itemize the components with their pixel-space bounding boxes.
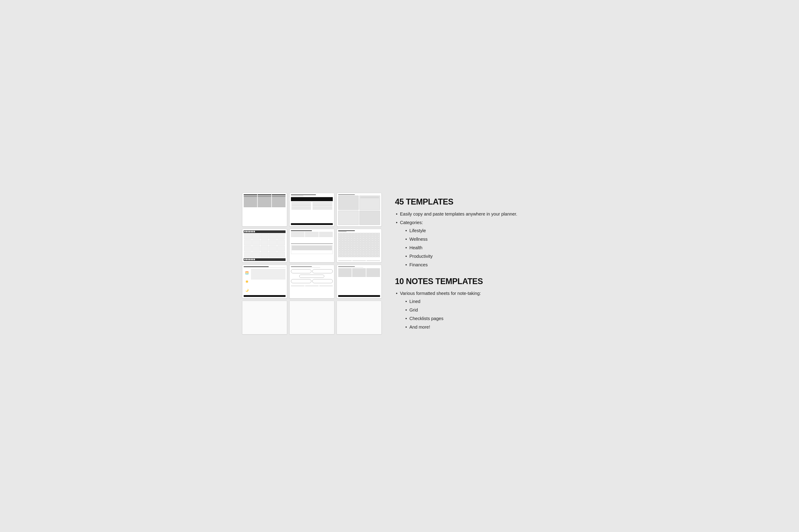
templates-title: 45 TEMPLATES — [395, 197, 557, 206]
card-blank-2 — [289, 301, 334, 335]
templates-bullet-list: Easily copy and paste templates anywhere… — [395, 211, 557, 270]
categories-label: Categories: — [400, 220, 423, 225]
notes-types-sub-list: Lined Grid Checklists pages And more! — [404, 298, 557, 330]
notes-title: 10 NOTES TEMPLATES — [395, 277, 557, 286]
notes-formatted-text: Various formatted sheets for note-taking… — [400, 291, 481, 296]
card-gratitude-mindmap — [289, 265, 334, 299]
card-grocery-list — [337, 265, 382, 299]
card-year-in-pixels — [337, 229, 382, 263]
card-spring-cleaning — [289, 229, 334, 263]
note-type-lined: Lined — [404, 298, 557, 305]
category-wellness: Wellness — [404, 236, 557, 242]
note-type-checklists: Checklists pages — [404, 315, 557, 322]
category-health: Health — [404, 245, 557, 251]
notes-bullet-list: Various formatted sheets for note-taking… — [395, 290, 557, 332]
category-productivity: Productivity — [404, 253, 557, 259]
card-digital-scrapbook — [337, 193, 382, 227]
card-blank-3 — [337, 301, 382, 335]
category-lifestyle: Lifestyle — [404, 227, 557, 234]
text-content-panel: 45 TEMPLATES Easily copy and paste templ… — [395, 193, 557, 339]
note-type-grid: Grid — [404, 307, 557, 313]
main-container: 🌅 ☀️ 🌙 — [242, 193, 557, 339]
card-energy-routines: 🌅 ☀️ 🌙 — [242, 265, 287, 299]
categories-item: Categories: Lifestyle Wellness Health Pr… — [395, 220, 557, 268]
card-movie-tracker — [242, 229, 287, 263]
templates-copy-paste-text: Easily copy and paste templates anywhere… — [400, 211, 517, 216]
card-blank-1 — [242, 301, 287, 335]
note-type-and-more: And more! — [404, 324, 557, 330]
card-templates-index — [242, 193, 287, 227]
notes-formatted-item: Various formatted sheets for note-taking… — [395, 290, 557, 330]
templates-copy-paste-item: Easily copy and paste templates anywhere… — [395, 211, 557, 217]
card-monthly-inspiration — [289, 193, 334, 227]
category-finances: Finances — [404, 262, 557, 268]
categories-sub-list: Lifestyle Wellness Health Productivity F… — [404, 227, 557, 268]
template-grid: 🌅 ☀️ 🌙 — [242, 193, 382, 335]
